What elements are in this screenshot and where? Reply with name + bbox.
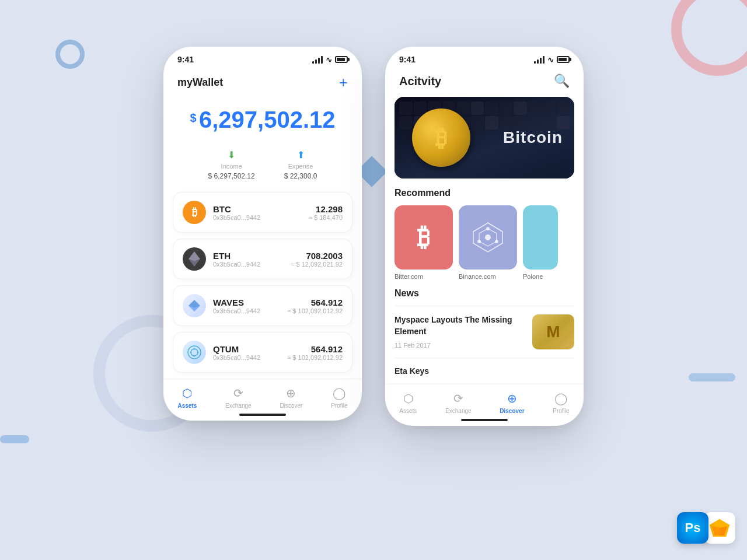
recommend-card-polone[interactable]: [523, 205, 558, 270]
recommend-cards-row: ₿: [385, 205, 584, 270]
bg-decoration-circle: [55, 40, 85, 69]
bottom-nav-wallet: ⬡ Assets ⟳ Exchange ⊕ Discover ◯ Profile: [163, 379, 362, 421]
news-title-1: Myspace Layouts The Missing Element: [395, 314, 525, 337]
coin-card-btc[interactable]: ₿ BTC 0x3b5ca0...9442 12.298 ≈ $ 184,470: [173, 192, 352, 233]
waves-icon: [183, 294, 206, 317]
expense-label: Expense: [284, 163, 317, 170]
btc-icon: ₿: [183, 201, 206, 224]
add-button[interactable]: +: [339, 74, 348, 92]
qtum-usd: ≈ $ 102,092,012.92: [287, 354, 343, 361]
profile-label: Profile: [331, 402, 347, 409]
bg-decoration-arc: [671, 0, 747, 76]
nav-item-exchange[interactable]: ⟳ Exchange: [225, 386, 251, 409]
status-bar-activity: 9:41 ∿: [385, 47, 584, 69]
qtum-amount: 564.912: [287, 344, 343, 354]
status-icons-wallet: ∿: [312, 55, 348, 64]
expense-icon: ⬆: [284, 149, 317, 160]
svg-point-13: [486, 227, 490, 230]
news-date-1: 11 Feb 2017: [395, 342, 525, 349]
balance-section: $ 6,297,502.12: [163, 101, 362, 145]
balance-amount: 6,297,502.12: [199, 107, 336, 132]
nav-item-assets[interactable]: ⬡ Assets: [177, 386, 197, 409]
signal-icon: [312, 55, 323, 64]
coin-card-eth[interactable]: ETH 0x3b5ca0...9442 708.2003 ≈ $ 12,092,…: [173, 239, 352, 279]
battery-icon-2: [557, 56, 570, 63]
eth-name: ETH: [213, 251, 260, 261]
eth-usd: ≈ $ 12,092,021.92: [291, 261, 343, 268]
discover-icon: ⊕: [286, 386, 296, 400]
coin-right-eth: 708.2003 ≈ $ 12,092,021.92: [291, 251, 343, 268]
bitcoin-coin: ₿: [412, 108, 470, 167]
phones-wrapper: 9:41 ∿ myWallet + $ 6,297,502.1: [163, 47, 584, 426]
coin-left-eth: ETH 0x3b5ca0...9442: [183, 247, 260, 271]
expense-value: $ 22,300.0: [284, 172, 317, 180]
app-badges: Ps: [677, 512, 735, 544]
wallet-header: myWallet +: [163, 69, 362, 101]
nav-item-profile-2[interactable]: ◯ Profile: [553, 391, 569, 414]
svg-point-15: [477, 240, 481, 243]
activity-header: Acitvity 🔍: [385, 69, 584, 97]
nav-item-assets-2[interactable]: ⬡ Assets: [399, 391, 417, 414]
income-value: $ 6,297,502.12: [208, 172, 255, 180]
assets-label: Assets: [177, 402, 197, 409]
coin-card-waves[interactable]: WAVES 0x3b5ca0...9442 564.912 ≈ $ 102,09…: [173, 285, 352, 326]
exchange-icon: ⟳: [233, 386, 243, 400]
home-indicator-2: [461, 419, 508, 421]
search-button[interactable]: 🔍: [554, 74, 570, 89]
btc-address: 0x3b5ca0...9442: [213, 214, 260, 221]
news-item-2[interactable]: Eta Keys: [395, 358, 574, 384]
news-title: News: [385, 288, 584, 306]
wifi-icon: ∿: [326, 55, 332, 64]
profile-icon: ◯: [333, 386, 345, 400]
bg-decoration-bar-left: [0, 435, 29, 443]
recommend-card-bitter[interactable]: ₿: [395, 205, 453, 270]
profile-icon-2: ◯: [554, 391, 567, 405]
coin-left-qtum: QTUM 0x3b5ca0...9442: [183, 341, 260, 364]
status-icons-activity: ∿: [534, 55, 570, 64]
bitcoin-banner[interactable]: ₿ Bitcoin: [395, 97, 574, 178]
income-label: Income: [208, 163, 255, 170]
recommend-card-binance[interactable]: [459, 205, 517, 270]
recommend-title: Recommend: [385, 188, 584, 205]
phone-wallet: 9:41 ∿ myWallet + $ 6,297,502.1: [163, 47, 362, 421]
recommend-section: ₿ Bitter.com Binance.com P: [385, 205, 584, 288]
svg-point-6: [194, 348, 196, 350]
exchange-label: Exchange: [225, 402, 251, 409]
nav-item-discover[interactable]: ⊕ Discover: [280, 386, 302, 409]
btc-name: BTC: [213, 204, 260, 214]
assets-label-2: Assets: [399, 408, 417, 414]
nav-item-exchange-2[interactable]: ⟳ Exchange: [445, 391, 471, 414]
balance-currency: $: [190, 111, 196, 125]
svg-point-8: [190, 352, 192, 354]
eth-address: 0x3b5ca0...9442: [213, 261, 260, 268]
news-section: Myspace Layouts The Missing Element 11 F…: [385, 306, 584, 384]
nav-item-profile[interactable]: ◯ Profile: [331, 386, 347, 409]
exchange-label-2: Exchange: [445, 408, 471, 414]
news-item-1[interactable]: Myspace Layouts The Missing Element 11 F…: [395, 306, 574, 358]
activity-title: Acitvity: [399, 75, 441, 88]
polone-label: Polone: [523, 273, 558, 280]
nav-item-discover-2[interactable]: ⊕ Discover: [500, 391, 524, 414]
coin-right-btc: 12.298 ≈ $ 184,470: [309, 204, 343, 221]
recommend-labels: Bitter.com Binance.com Polone: [385, 270, 584, 288]
sketch-badge: [704, 512, 735, 544]
profile-label-2: Profile: [553, 408, 569, 414]
btc-usd: ≈ $ 184,470: [309, 214, 343, 221]
discover-icon-2: ⊕: [507, 391, 517, 405]
btc-amount: 12.298: [309, 204, 343, 214]
waves-amount: 564.912: [287, 298, 343, 307]
photoshop-badge: Ps: [677, 512, 708, 544]
battery-icon: [335, 56, 348, 63]
qtum-icon: [183, 341, 206, 364]
coin-right-waves: 564.912 ≈ $ 102,092,012.92: [287, 298, 343, 314]
news-title-2: Eta Keys: [395, 366, 574, 376]
assets-icon: ⬡: [182, 386, 192, 400]
signal-icon-2: [534, 55, 544, 64]
discover-label: Discover: [280, 402, 302, 409]
assets-icon-2: ⬡: [403, 391, 413, 405]
bg-decoration-bar-right: [689, 373, 735, 382]
coin-card-qtum[interactable]: QTUM 0x3b5ca0...9442 564.912 ≈ $ 102,092…: [173, 332, 352, 373]
svg-point-5: [191, 349, 198, 356]
svg-point-14: [495, 240, 498, 243]
home-indicator: [239, 414, 286, 416]
